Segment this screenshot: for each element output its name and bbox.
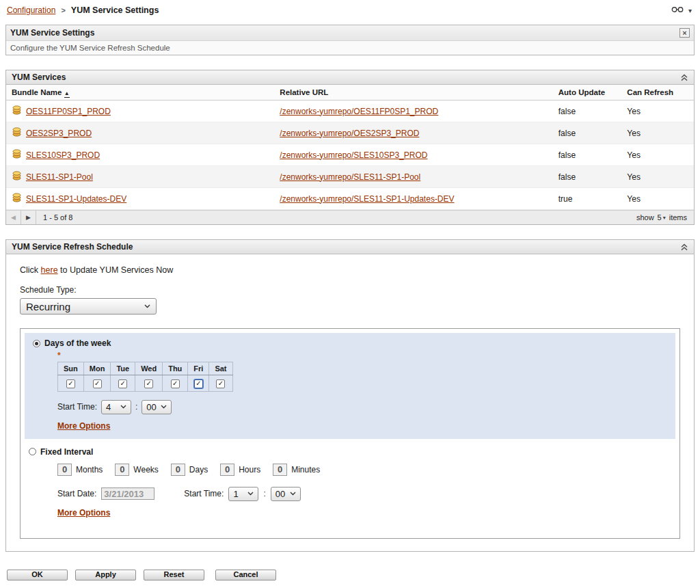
can-refresh-value: Yes xyxy=(621,188,694,210)
chevron-down-icon xyxy=(161,405,167,409)
weeks-label: Weeks xyxy=(133,465,158,475)
sort-asc-icon[interactable]: ▲ xyxy=(64,90,70,98)
fixed-interval-radio[interactable] xyxy=(29,448,36,455)
refresh-schedule-panel: YUM Service Refresh Schedule Click here … xyxy=(5,239,695,552)
time-separator: : xyxy=(263,489,265,498)
day-checkbox-fri[interactable]: ✓ xyxy=(194,379,203,388)
page-size-value: 5 xyxy=(658,213,662,222)
bundle-url-link[interactable]: /zenworks-yumrepo/OES11FP0SP1_PROD xyxy=(280,107,438,116)
start-hour-select[interactable]: 4 xyxy=(101,400,131,414)
bundle-link[interactable]: OES11FP0SP1_PROD xyxy=(26,107,111,116)
day-checkbox-sat[interactable]: ✓ xyxy=(216,379,225,388)
months-label: Months xyxy=(76,465,103,475)
reset-button[interactable]: Reset xyxy=(144,570,204,580)
collapse-icon[interactable] xyxy=(680,243,688,251)
days-of-week-radio[interactable] xyxy=(33,340,40,347)
day-header-sat: Sat xyxy=(209,362,232,375)
bundle-url-link[interactable]: /zenworks-yumrepo/OES2SP3_PROD xyxy=(280,129,419,138)
schedule-type-value: Recurring xyxy=(26,301,70,312)
chevron-down-icon[interactable]: ▾ xyxy=(688,7,692,14)
day-header-tue: Tue xyxy=(111,362,135,375)
fixed-interval-section: Fixed Interval 0 Months 0 Weeks 0 Days 0… xyxy=(25,439,675,534)
fixed-interval-label: Fixed Interval xyxy=(40,447,93,457)
page-next-icon[interactable]: ▶ xyxy=(21,211,36,224)
hours-input[interactable]: 0 xyxy=(220,464,234,476)
cancel-button[interactable]: Cancel xyxy=(215,570,276,580)
bundle-icon xyxy=(12,171,22,183)
more-options-link[interactable]: More Options xyxy=(57,421,110,431)
days-input[interactable]: 0 xyxy=(171,464,185,476)
bundle-icon xyxy=(12,149,22,161)
day-header-sun: Sun xyxy=(58,362,84,375)
chevron-down-icon xyxy=(290,492,296,496)
minutes-input[interactable]: 0 xyxy=(273,464,287,476)
column-bundle-name-label: Bundle Name xyxy=(12,88,62,96)
glasses-icon[interactable] xyxy=(671,5,684,15)
bundle-link[interactable]: SLES11-SP1-Updates-DEV xyxy=(26,194,126,204)
days-of-week-label: Days of the week xyxy=(44,338,111,348)
table-row: SLES11-SP1-Updates-DEV /zenworks-yumrepo… xyxy=(6,188,694,210)
close-icon[interactable]: × xyxy=(679,28,690,38)
table-row: SLES11-SP1-Pool /zenworks-yumrepo/SLES11… xyxy=(6,166,694,188)
days-label: Days xyxy=(189,465,208,475)
day-checkbox-sun[interactable]: ✓ xyxy=(66,379,75,388)
column-auto-update[interactable]: Auto Update xyxy=(553,85,622,101)
bundle-url-link[interactable]: /zenworks-yumrepo/SLES11-SP1-Updates-DEV xyxy=(280,194,454,204)
page-title: YUM Service Settings xyxy=(10,28,94,38)
start-minute-value: 00 xyxy=(146,402,156,412)
auto-update-value: true xyxy=(553,188,622,210)
chevron-down-icon xyxy=(120,405,126,409)
hours-label: Hours xyxy=(239,465,260,475)
refresh-schedule-title: YUM Service Refresh Schedule xyxy=(12,242,133,252)
day-header-wed: Wed xyxy=(135,362,163,375)
page-prev-icon[interactable]: ◀ xyxy=(6,211,21,224)
bundle-icon xyxy=(12,127,22,139)
breadcrumb-current: YUM Service Settings xyxy=(71,5,159,15)
start-date-input[interactable]: 3/21/2013 xyxy=(101,487,154,500)
schedule-options-box: Days of the week * Sun Mon Tue Wed Thu F… xyxy=(20,328,680,539)
breadcrumb-separator: > xyxy=(61,6,65,14)
fixed-hour-value: 1 xyxy=(233,489,238,499)
table-row: SLES10SP3_PROD /zenworks-yumrepo/SLES10S… xyxy=(6,144,694,166)
fixed-hour-select[interactable]: 1 xyxy=(228,487,258,501)
chevron-down-icon xyxy=(247,492,254,496)
day-checkbox-thu[interactable]: ✓ xyxy=(171,379,180,388)
ok-button[interactable]: OK xyxy=(7,570,68,580)
update-now-link[interactable]: here xyxy=(41,265,58,275)
day-checkbox-tue[interactable]: ✓ xyxy=(118,379,127,388)
day-header-fri: Fri xyxy=(188,362,209,375)
page-size-dropdown[interactable]: 5 ▾ xyxy=(658,213,666,222)
bundle-link[interactable]: SLES10SP3_PROD xyxy=(26,150,100,160)
bundle-url-link[interactable]: /zenworks-yumrepo/SLES11-SP1-Pool xyxy=(280,172,420,182)
bundle-icon xyxy=(12,193,22,204)
bundle-link[interactable]: OES2SP3_PROD xyxy=(26,129,92,138)
can-refresh-value: Yes xyxy=(621,101,694,122)
table-row: OES2SP3_PROD /zenworks-yumrepo/OES2SP3_P… xyxy=(6,122,694,144)
apply-button[interactable]: Apply xyxy=(75,570,136,580)
day-grid: Sun Mon Tue Wed Thu Fri Sat ✓ ✓ ✓ xyxy=(57,362,233,392)
bundle-link[interactable]: SLES11-SP1-Pool xyxy=(26,172,93,182)
breadcrumb-configuration-link[interactable]: Configuration xyxy=(7,5,55,15)
footer-button-bar: OK Apply Reset Cancel xyxy=(7,570,700,580)
schedule-type-select[interactable]: Recurring xyxy=(20,298,157,315)
day-checkbox-wed[interactable]: ✓ xyxy=(144,379,153,388)
more-options-link[interactable]: More Options xyxy=(57,508,110,518)
column-bundle-name[interactable]: Bundle Name ▲ xyxy=(6,85,274,101)
weeks-input[interactable]: 0 xyxy=(115,464,129,476)
auto-update-value: false xyxy=(553,101,622,122)
start-minute-select[interactable]: 00 xyxy=(142,400,172,414)
show-label: show xyxy=(636,213,654,222)
yum-services-title: YUM Services xyxy=(12,72,66,82)
day-checkbox-mon[interactable]: ✓ xyxy=(93,379,102,388)
table-pagination: ◀ ▶ 1 - 5 of 8 show 5 ▾ items xyxy=(6,210,694,224)
column-relative-url[interactable]: Relative URL xyxy=(274,85,552,101)
yum-services-panel: YUM Services Bundle Name ▲ Relative URL … xyxy=(5,70,695,225)
bundle-url-link[interactable]: /zenworks-yumrepo/SLES10SP3_PROD xyxy=(280,150,427,160)
chevron-down-icon xyxy=(144,304,150,308)
column-can-refresh[interactable]: Can Refresh xyxy=(621,85,694,101)
chevron-down-icon: ▾ xyxy=(663,215,666,221)
months-input[interactable]: 0 xyxy=(57,464,72,476)
fixed-minute-select[interactable]: 00 xyxy=(271,487,301,501)
collapse-icon[interactable] xyxy=(680,74,688,81)
table-row: OES11FP0SP1_PROD /zenworks-yumrepo/OES11… xyxy=(6,101,694,122)
